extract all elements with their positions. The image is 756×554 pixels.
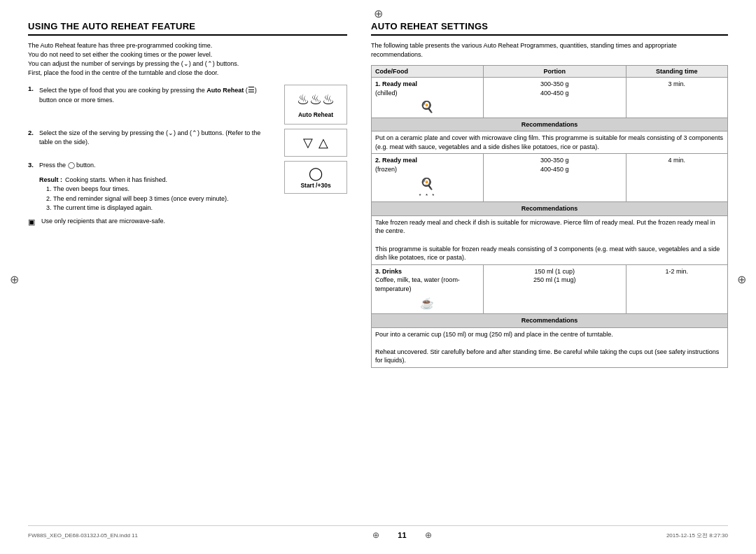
col-header-portion: Portion xyxy=(483,66,626,78)
food-sub-3: Coffee, milk, tea, water (room-temperatu… xyxy=(375,276,460,292)
step-1-content: Select the type of food that you are coo… xyxy=(39,85,276,105)
standing-cell-3: 1-2 min. xyxy=(626,264,727,313)
left-compass-icon: ⊕ xyxy=(10,273,19,286)
right-compass-icon: ⊕ xyxy=(737,273,746,286)
step-3-number: 3. xyxy=(28,161,36,169)
footer-filename: FW88S_XEO_DE68-03132J-05_EN.indd 11 xyxy=(28,532,138,539)
result-item-2: The end reminder signal will beep 3 time… xyxy=(53,194,347,204)
result-item-3: The current time is displayed again. xyxy=(53,204,347,213)
arrow-down-icon: ▽ xyxy=(303,135,313,150)
food-cell-2: 2. Ready meal (frozen) 🍳 * * * xyxy=(372,154,484,202)
note-text: Use only recipients that are microwave-s… xyxy=(41,218,165,225)
recommendations-text-2: Take frozen ready meal and check if dish… xyxy=(372,215,728,264)
step-2: 2. Select the size of the serving by pre… xyxy=(28,129,276,147)
recommendations-header-1: Recommendations xyxy=(372,118,728,132)
food-sub-2: (frozen) xyxy=(375,166,397,173)
food-name-2: 2. Ready meal xyxy=(375,157,417,164)
footer-right-compass-icon: ⊕ xyxy=(425,530,432,540)
top-compass-icon: ⊕ xyxy=(374,7,383,20)
step-1-block: ♨♨♨ Auto Reheat 1. Select the type of fo… xyxy=(28,85,347,129)
portion-cell-3: 150 ml (1 cup)250 ml (1 mug) xyxy=(483,264,626,313)
start-button-box: ◯ Start /+30s xyxy=(284,161,347,194)
table-row: Pour into a ceramic cup (150 ml) or mug … xyxy=(372,327,728,367)
food-icon-1: 🍳 xyxy=(375,99,479,115)
result-line: Result : Cooking starts. When it has fin… xyxy=(39,176,276,185)
page-footer: FW88S_XEO_DE68-03132J-05_EN.indd 11 ⊕ 11… xyxy=(28,525,728,540)
step-1-number: 1. xyxy=(28,85,36,92)
recommendations-header-3: Recommendations xyxy=(372,313,728,327)
table-row: Put on a ceramic plate and cover with mi… xyxy=(372,132,728,154)
auto-reheat-steam-icon: ♨♨♨ xyxy=(293,91,338,108)
right-section: AUTO REHEAT SETTINGS The following table… xyxy=(364,21,728,520)
step-2-number: 2. xyxy=(28,129,36,136)
step-3-block: ◯ Start /+30s 3. Press the ◯ button. Res… xyxy=(28,161,347,213)
col-header-standing: Standing time xyxy=(626,66,727,78)
footer-left-compass-icon: ⊕ xyxy=(372,530,379,540)
result-label: Result : xyxy=(39,176,62,185)
table-row: Recommendations xyxy=(372,202,728,216)
footer-date: 2015-12-15 오전 8:27:30 xyxy=(666,532,728,539)
food-sub-1: (chilled) xyxy=(375,90,398,97)
left-section-title: USING THE AUTO REHEAT FEATURE xyxy=(28,21,347,36)
result-text: Cooking starts. When it has finished. xyxy=(65,176,167,185)
arrow-up-icon: △ xyxy=(318,135,328,150)
food-name-1: 1. Ready meal xyxy=(375,80,417,87)
step-1: 1. Select the type of food that you are … xyxy=(28,85,276,105)
table-row: 1. Ready meal (chilled) 🍳 300-350 g400-4… xyxy=(372,78,728,118)
left-intro-text: The Auto Reheat feature has three pre-pr… xyxy=(28,41,347,78)
step-2-block: ▽ △ 2. Select the size of the serving by… xyxy=(28,129,347,161)
recommendations-text-3: Pour into a ceramic cup (150 ml) or mug … xyxy=(372,327,728,367)
portion-cell-1: 300-350 g400-450 g xyxy=(483,78,626,118)
note-icon: ▣ xyxy=(28,218,38,227)
page-number: 11 xyxy=(398,531,406,539)
table-row: 2. Ready meal (frozen) 🍳 * * * 300-350 g… xyxy=(372,154,728,202)
step-3-content: Press the ◯ button. xyxy=(39,161,276,170)
auto-reheat-button-box: ♨♨♨ Auto Reheat xyxy=(284,85,347,125)
food-icon-2: 🍳 xyxy=(375,176,479,192)
start-label: Start /+30s xyxy=(300,182,330,189)
portion-cell-2: 300-350 g400-450 g xyxy=(483,154,626,202)
table-row: 3. Drinks Coffee, milk, tea, water (room… xyxy=(372,264,728,313)
food-name-3: 3. Drinks xyxy=(375,268,402,275)
step-3: 3. Press the ◯ button. xyxy=(28,161,276,170)
col-header-code: Code/Food xyxy=(372,66,484,78)
right-section-title: AUTO REHEAT SETTINGS xyxy=(371,21,728,36)
food-icon-3: ☕ xyxy=(375,296,479,311)
left-section: USING THE AUTO REHEAT FEATURE The Auto R… xyxy=(28,21,364,520)
recommendations-header-2: Recommendations xyxy=(372,202,728,216)
standing-cell-1: 3 min. xyxy=(626,78,727,118)
step-2-content: Select the size of the serving by pressi… xyxy=(39,129,276,147)
table-row: Recommendations xyxy=(372,313,728,327)
note-line: ▣ Use only recipients that are microwave… xyxy=(28,218,347,227)
reheat-table: Code/Food Portion Standing time 1. Ready… xyxy=(371,65,728,368)
standing-cell-2: 4 min. xyxy=(626,154,727,202)
table-row: Recommendations xyxy=(372,118,728,132)
start-icon: ◯ xyxy=(292,166,340,181)
frozen-dots: * * * xyxy=(375,192,479,199)
recommendations-text-1: Put on a ceramic plate and cover with mi… xyxy=(372,132,728,154)
auto-reheat-label: Auto Reheat xyxy=(298,111,333,118)
food-cell-3: 3. Drinks Coffee, milk, tea, water (room… xyxy=(372,264,484,313)
table-row: Take frozen ready meal and check if dish… xyxy=(372,215,728,264)
arrow-buttons-box: ▽ △ xyxy=(284,129,347,157)
food-cell-1: 1. Ready meal (chilled) 🍳 xyxy=(372,78,484,118)
right-intro-text: The following table presents the various… xyxy=(371,41,728,59)
